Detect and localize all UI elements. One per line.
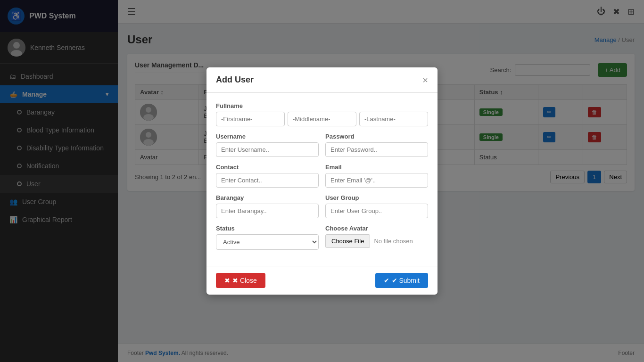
modal-header: Add User ×: [206, 67, 438, 93]
add-user-modal: Add User × Fullname Username: [206, 67, 438, 295]
email-label: Email: [325, 164, 428, 171]
usergroup-group: User Group: [325, 194, 428, 218]
contact-input[interactable]: [216, 173, 319, 188]
barangay-label: Barangay: [216, 194, 319, 201]
usergroup-label: User Group: [325, 194, 428, 201]
avatar-group: Choose Avatar Choose File No file chosen: [325, 225, 428, 250]
firstname-input[interactable]: [216, 112, 285, 126]
check-icon: ✔: [384, 277, 389, 284]
file-no-chosen-text: No file chosen: [374, 238, 413, 245]
name-row: [216, 112, 428, 126]
status-select[interactable]: Active Inactive: [216, 234, 319, 250]
lastname-input[interactable]: [359, 112, 428, 126]
username-input[interactable]: [216, 142, 319, 157]
avatar-label: Choose Avatar: [325, 225, 428, 232]
fullname-label: Fullname: [216, 102, 428, 109]
email-input[interactable]: [325, 173, 428, 188]
username-label: Username: [216, 133, 319, 140]
close-label: ✖ Close: [232, 277, 257, 284]
close-modal-button[interactable]: ✖ ✖ Close: [216, 273, 265, 288]
contact-label: Contact: [216, 164, 319, 171]
barangay-group: Barangay: [216, 194, 319, 218]
modal-body: Fullname Username Password: [206, 93, 438, 266]
password-group: Password: [325, 133, 428, 157]
modal-title: Add User: [216, 75, 254, 85]
status-label: Status: [216, 225, 319, 232]
modal-close-button[interactable]: ×: [422, 75, 428, 85]
modal-footer: ✖ ✖ Close ✔ ✔ Submit: [206, 266, 438, 295]
email-group: Email: [325, 164, 428, 188]
modal-overlay: Add User × Fullname Username: [0, 0, 644, 362]
fullname-group: Fullname: [216, 102, 428, 126]
password-label: Password: [325, 133, 428, 140]
usergroup-input[interactable]: [325, 204, 428, 218]
barangay-usergroup-row: Barangay User Group: [216, 194, 428, 225]
file-input-wrapper: Choose File No file chosen: [325, 234, 428, 248]
choose-file-button[interactable]: Choose File: [325, 234, 370, 248]
middlename-input[interactable]: [288, 112, 356, 126]
username-group: Username: [216, 133, 319, 157]
x-icon: ✖: [224, 277, 230, 284]
password-input[interactable]: [325, 142, 428, 157]
username-password-row: Username Password: [216, 133, 428, 164]
submit-label: ✔ Submit: [392, 277, 420, 284]
contact-group: Contact: [216, 164, 319, 188]
status-avatar-row: Status Active Inactive Choose Avatar Cho…: [216, 225, 428, 256]
submit-button[interactable]: ✔ ✔ Submit: [375, 273, 428, 288]
barangay-input[interactable]: [216, 204, 319, 218]
status-group: Status Active Inactive: [216, 225, 319, 250]
contact-email-row: Contact Email: [216, 164, 428, 194]
